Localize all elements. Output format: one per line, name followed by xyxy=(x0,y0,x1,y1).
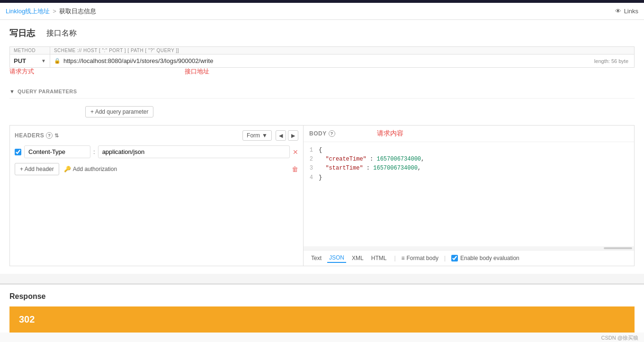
line-content-4: } xyxy=(319,173,322,182)
response-status-bar: 302 xyxy=(9,306,635,333)
format-body-label: Format body xyxy=(407,255,438,261)
separator-1: | xyxy=(394,255,395,261)
header-key-input[interactable] xyxy=(24,145,90,158)
code-editor[interactable]: 1 { 2 "createTime" : 1657006734000, 3 "s… xyxy=(304,142,634,246)
separator-2: | xyxy=(444,255,446,261)
headers-panel: HEADERS ? ⇅ Form ▼ ◀ ▶ xyxy=(10,126,304,266)
header-colon: : xyxy=(93,148,95,155)
method-url-row: METHOD PUT GET POST DELETE ▼ SCHEME :// … xyxy=(9,46,635,68)
line-num-2: 2 xyxy=(304,155,319,164)
headers-info-icon[interactable]: ? xyxy=(46,132,53,139)
headers-footer-left: + Add header 🔑 Add authorization xyxy=(15,163,117,175)
eye-icon: 👁 xyxy=(615,8,621,15)
line-content-1: { xyxy=(319,146,322,155)
links-button[interactable]: 👁 Links xyxy=(615,8,638,15)
response-status-code: 302 xyxy=(19,314,35,324)
enable-eval-label: Enable body evaluation xyxy=(460,255,519,261)
format-xml-option[interactable]: XML xyxy=(350,254,366,262)
lock-icon: 🔒 xyxy=(54,58,61,64)
body-panel-header: BODY ? 请求内容 xyxy=(304,126,634,142)
method-section: METHOD PUT GET POST DELETE ▼ xyxy=(10,47,50,67)
method-label: METHOD xyxy=(10,47,50,54)
form-label: Form xyxy=(247,132,260,139)
request-method-annotation: 请求方式 xyxy=(9,67,34,76)
enable-eval-wrapper: Enable body evaluation xyxy=(451,255,519,261)
scrollbar-thumb xyxy=(604,247,632,249)
format-text-option[interactable]: Text xyxy=(309,254,323,262)
breadcrumb-link[interactable]: Linklog线上地址 xyxy=(6,7,50,16)
query-params-row: ▼ QUERY PARAMETERS xyxy=(9,85,635,99)
body-panel: BODY ? 请求内容 1 { 2 "createTime" : xyxy=(304,126,634,266)
code-line-1: 1 { xyxy=(304,146,634,155)
add-header-button[interactable]: + Add header xyxy=(15,163,59,175)
links-label: Links xyxy=(624,8,638,15)
breadcrumb-bar: Linklog线上地址 > 获取日志信息 👁 Links xyxy=(0,3,644,20)
headers-footer-btns: + Add header 🔑 Add authorization 🗑 xyxy=(15,163,298,175)
response-title: Response xyxy=(9,292,635,301)
header-checkbox[interactable] xyxy=(15,149,21,155)
title-row: 写日志 接口名称 xyxy=(9,27,635,39)
main-content: 写日志 接口名称 请求方式 METHOD PUT GET POST DELETE… xyxy=(0,20,644,274)
chevron-down-icon: ▼ xyxy=(41,58,46,63)
method-select-wrapper: PUT GET POST DELETE ▼ xyxy=(10,54,50,67)
interface-address-annotation: 接口地址 xyxy=(185,67,209,76)
line-content-3: "startTime" : 1657006734000, xyxy=(319,164,421,173)
query-params-section: ▼ QUERY PARAMETERS + Add query parameter xyxy=(9,85,635,117)
query-params-label: QUERY PARAMETERS xyxy=(18,89,77,94)
body-footer: Text JSON XML HTML | ≡ Format body | Ena… xyxy=(304,250,634,266)
breadcrumb: Linklog线上地址 > 获取日志信息 xyxy=(6,7,96,16)
format-body-button[interactable]: ≡ Format body xyxy=(402,255,438,261)
panel-arrows: ◀ ▶ xyxy=(276,130,298,141)
url-label: SCHEME :// HOST [ ":" PORT ] [ PATH [ "?… xyxy=(50,47,634,54)
page-title: 写日志 xyxy=(9,27,35,39)
url-section: SCHEME :// HOST [ ":" PORT ] [ PATH [ "?… xyxy=(50,47,634,67)
format-json-option[interactable]: JSON xyxy=(327,253,346,263)
code-line-3: 3 "startTime" : 1657006734000, xyxy=(304,164,634,173)
headers-panel-header: HEADERS ? ⇅ Form ▼ ◀ ▶ xyxy=(15,130,298,141)
line-num-1: 1 xyxy=(304,146,319,155)
interface-name-label: 接口名称 xyxy=(46,28,77,38)
headers-label: HEADERS xyxy=(15,132,44,139)
header-value-input[interactable] xyxy=(98,145,290,158)
form-dropdown-button[interactable]: Form ▼ xyxy=(242,130,272,141)
enable-eval-checkbox[interactable] xyxy=(451,255,458,261)
line-num-3: 3 xyxy=(304,164,319,173)
line-content-2: "createTime" : 1657006734000, xyxy=(319,155,424,164)
watermark: CSDN @徐买狼 xyxy=(0,333,644,342)
panels-container: HEADERS ? ⇅ Form ▼ ◀ ▶ xyxy=(9,125,635,266)
code-line-4: 4 } xyxy=(304,173,634,182)
add-authorization-button[interactable]: 🔑 Add authorization xyxy=(64,166,117,172)
code-line-2: 2 "createTime" : 1657006734000, xyxy=(304,155,634,164)
scrollbar-area[interactable] xyxy=(304,246,634,250)
collapse-arrow-icon[interactable]: ▼ xyxy=(9,89,15,94)
body-label: BODY xyxy=(309,130,327,137)
body-info-icon[interactable]: ? xyxy=(329,130,335,137)
header-item: : ✕ xyxy=(15,145,298,158)
watermark-text: CSDN @徐买狼 xyxy=(601,335,638,341)
breadcrumb-current: 获取日志信息 xyxy=(59,7,96,16)
format-html-option[interactable]: HTML xyxy=(369,254,389,262)
headers-panel-title: HEADERS ? ⇅ xyxy=(15,132,59,139)
body-format-options: Text JSON XML HTML xyxy=(309,253,388,263)
add-authorization-label: Add authorization xyxy=(73,166,117,172)
breadcrumb-separator: > xyxy=(53,8,56,15)
url-input[interactable] xyxy=(63,57,591,64)
key-icon: 🔑 xyxy=(64,166,71,172)
sort-icon[interactable]: ⇅ xyxy=(54,133,59,139)
format-icon: ≡ xyxy=(402,255,405,261)
chevron-down-icon: ▼ xyxy=(262,132,268,139)
header-delete-icon[interactable]: ✕ xyxy=(293,148,298,156)
trash-icon[interactable]: 🗑 xyxy=(292,165,298,173)
url-input-row: 🔒 length: 56 byte xyxy=(50,54,634,67)
body-panel-title: BODY ? xyxy=(309,130,335,137)
panel-right-arrow[interactable]: ▶ xyxy=(288,130,298,141)
request-content-annotation: 请求内容 xyxy=(377,129,403,138)
url-length: length: 56 byte xyxy=(594,58,630,64)
add-query-param-button[interactable]: + Add query parameter xyxy=(85,106,153,117)
line-num-4: 4 xyxy=(304,173,319,182)
response-section: Response 302 xyxy=(0,283,644,333)
panel-left-arrow[interactable]: ◀ xyxy=(276,130,286,141)
